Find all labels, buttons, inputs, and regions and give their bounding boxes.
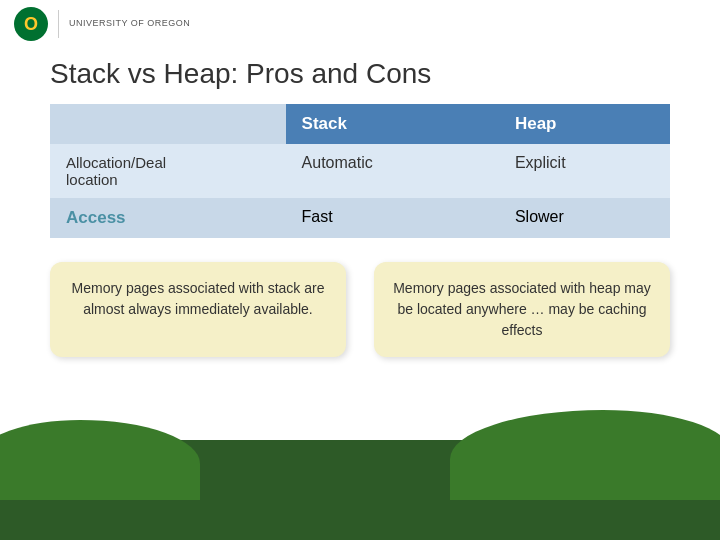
- main-content: Stack vs Heap: Pros and Cons Stack Heap …: [0, 48, 720, 377]
- landscape-background: [0, 440, 720, 540]
- heap-card: Memory pages associated with heap may be…: [374, 262, 670, 357]
- landscape-hill-right: [450, 410, 720, 500]
- table-row: Access Fast Slower: [50, 198, 670, 238]
- university-name: UNIVERSITY OF OREGON: [69, 18, 190, 30]
- header-divider: [58, 10, 59, 38]
- row-alloc-heap: Explicit: [499, 144, 670, 198]
- stack-card: Memory pages associated with stack are a…: [50, 262, 346, 357]
- col-header-stack: Stack: [286, 104, 499, 144]
- landscape-hill-left: [0, 420, 200, 500]
- table-header-row: Stack Heap: [50, 104, 670, 144]
- row-access-heap: Slower: [499, 198, 670, 238]
- page-title: Stack vs Heap: Pros and Cons: [50, 58, 670, 90]
- col-header-empty: [50, 104, 286, 144]
- comparison-table: Stack Heap Allocation/Deal location Auto…: [50, 104, 670, 238]
- cards-section: Memory pages associated with stack are a…: [50, 262, 670, 367]
- row-access-stack: Fast: [286, 198, 499, 238]
- table-row: Allocation/Deal location Automatic Expli…: [50, 144, 670, 198]
- row-alloc-stack: Automatic: [286, 144, 499, 198]
- university-logo: O: [14, 7, 48, 41]
- col-header-heap: Heap: [499, 104, 670, 144]
- row-access-label: Access: [50, 198, 286, 238]
- header: O UNIVERSITY OF OREGON: [0, 0, 720, 48]
- row-alloc-label: Allocation/Deal location: [50, 144, 286, 198]
